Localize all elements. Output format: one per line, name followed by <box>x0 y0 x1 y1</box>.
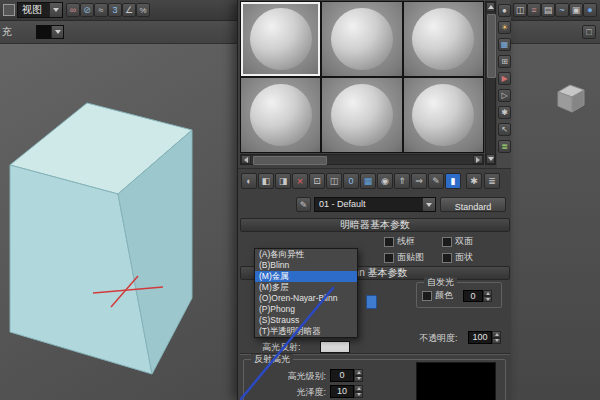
sample-type-icon[interactable]: ● <box>498 4 511 17</box>
percent-snap-icon[interactable]: % <box>136 3 150 17</box>
spinner-arrows[interactable] <box>483 290 492 302</box>
put-to-library-icon[interactable]: ◫ <box>326 173 342 189</box>
specular-level-label: 高光级别: <box>252 371 326 382</box>
checkbox-label: 面状 <box>455 252 473 263</box>
scroll-left-arrow-icon[interactable] <box>241 155 251 164</box>
mirror-icon[interactable]: ◫ <box>513 3 527 17</box>
side-viewport[interactable] <box>511 44 600 400</box>
align-icon[interactable]: ≡ <box>527 3 541 17</box>
glossiness-spinner: 10 <box>330 385 363 398</box>
wire-checkbox[interactable]: 线框 <box>384 236 415 247</box>
background-icon[interactable]: ▦ <box>498 38 511 51</box>
select-by-material-icon[interactable]: ↖ <box>498 123 511 136</box>
curve-editor-icon[interactable]: ~ <box>555 3 569 17</box>
angle-snap-icon[interactable]: ∠ <box>122 3 136 17</box>
viewport-controls-icon[interactable] <box>3 4 15 16</box>
checkbox-label: 线框 <box>397 236 415 247</box>
show-end-result-icon[interactable]: ◉ <box>377 173 393 189</box>
rollout-title: 明暗器基本参数 <box>340 219 410 230</box>
opacity-value-field[interactable]: 100 <box>468 331 492 344</box>
3dsmax-window: 视图 ∞ ⊘ ≈ 3 ∠ % ◫ ≡ ▤ ~ ▣ ● 充 □ <box>0 0 600 400</box>
scene-cube[interactable] <box>10 103 192 374</box>
self-illum-value-field[interactable]: 0 <box>463 290 483 302</box>
go-forward-to-sibling-icon[interactable]: ⇒ <box>411 173 427 189</box>
scroll-down-arrow-icon[interactable] <box>486 154 495 164</box>
shader-option[interactable]: (T)半透明明暗器 <box>255 326 357 337</box>
material-sample-slot[interactable] <box>404 2 483 76</box>
material-name-dropdown[interactable]: 01 - Default <box>314 197 436 212</box>
sample-uv-tiling-icon[interactable]: ⊞ <box>498 55 511 68</box>
backlight-icon[interactable]: ☀ <box>498 21 511 34</box>
chevron-down-icon <box>422 198 435 211</box>
face-map-checkbox[interactable]: 面贴图 <box>384 252 424 263</box>
shader-option[interactable]: (B)Blinn <box>255 260 357 271</box>
snap-toggle-icon[interactable]: 3 <box>108 3 122 17</box>
scroll-right-arrow-icon[interactable] <box>473 155 483 164</box>
layer-manager-icon[interactable]: ▤ <box>541 3 555 17</box>
video-color-check-icon[interactable]: ▶ <box>498 72 511 85</box>
slots-vertical-scrollbar[interactable] <box>485 1 496 165</box>
spinner-arrows[interactable] <box>492 331 501 344</box>
rollout-shader-basic-params[interactable]: 明暗器基本参数 <box>240 218 510 232</box>
checkbox-label: 面贴图 <box>397 252 424 263</box>
spinner-arrows[interactable] <box>354 369 363 382</box>
shader-option[interactable]: (S)Strauss <box>255 315 357 326</box>
pick-material-icon[interactable]: ✎ <box>428 173 444 189</box>
group-title: 反射高光 <box>251 354 293 365</box>
material-sample-slot[interactable] <box>322 2 401 76</box>
material-sample-slot[interactable] <box>322 78 401 152</box>
shader-option[interactable]: (A)各向异性 <box>255 249 357 260</box>
unlink-selection-icon[interactable]: ⊘ <box>80 3 94 17</box>
scrollbar-thumb[interactable] <box>253 156 327 165</box>
options-icon[interactable]: ✱ <box>498 106 511 119</box>
viewport-layout-icon[interactable]: □ <box>582 25 596 39</box>
material-sample-slot[interactable] <box>241 2 320 76</box>
material-map-navigator-icon[interactable]: ≣ <box>484 173 500 189</box>
view-dropdown[interactable]: 视图 <box>17 2 63 18</box>
specular-level-field[interactable]: 0 <box>330 369 354 382</box>
shader-option[interactable]: (M)多层 <box>255 282 357 293</box>
material-editor-panel: ● ☀ ▦ ⊞ ▶ ▷ ✱ ↖ ≣ ◐ ◧ ◨ × ⊡ ◫ 0 ▦ ◉ ⇑ ⇒ … <box>237 0 511 400</box>
perspective-viewport[interactable] <box>0 44 237 400</box>
assign-material-to-selection-icon[interactable]: ◨ <box>275 173 291 189</box>
material-sphere-preview <box>412 8 474 70</box>
slots-horizontal-scrollbar[interactable] <box>240 154 484 165</box>
material-sample-slot[interactable] <box>404 78 483 152</box>
scroll-up-arrow-icon[interactable] <box>486 2 495 12</box>
make-preview-icon[interactable]: ▷ <box>498 89 511 102</box>
two-sided-checkbox[interactable]: 双面 <box>442 236 473 247</box>
make-material-copy-icon[interactable]: ⊡ <box>309 173 325 189</box>
reset-map-icon[interactable]: × <box>292 173 308 189</box>
show-background-icon[interactable]: ▮ <box>445 173 461 189</box>
material-type-button[interactable]: Standard <box>440 197 506 212</box>
specular-color-swatch[interactable] <box>320 341 350 353</box>
chevron-down-icon <box>51 26 63 38</box>
go-to-parent-icon[interactable]: ⇑ <box>394 173 410 189</box>
self-illum-color-checkbox[interactable]: 颜色 <box>422 290 453 301</box>
material-id-channel-icon[interactable]: 0 <box>343 173 359 189</box>
row2-dropdown[interactable] <box>36 25 64 39</box>
shader-option[interactable]: (O)Oren-Nayar-Blinn <box>255 293 357 304</box>
material-options-icon[interactable]: ✱ <box>466 173 482 189</box>
glossiness-field[interactable]: 10 <box>330 385 354 398</box>
schematic-view-icon[interactable]: ▣ <box>569 3 583 17</box>
shader-option[interactable]: (P)Phong <box>255 304 357 315</box>
faceted-checkbox[interactable]: 面状 <box>442 252 473 263</box>
put-material-to-scene-icon[interactable]: ◧ <box>258 173 274 189</box>
show-map-in-viewport-icon[interactable]: ▦ <box>360 173 376 189</box>
spinner-arrows[interactable] <box>354 385 363 398</box>
select-and-link-icon[interactable]: ∞ <box>66 3 80 17</box>
pick-material-eyedropper-icon[interactable]: ✎ <box>296 197 311 212</box>
bind-to-space-warp-icon[interactable]: ≈ <box>94 3 108 17</box>
scene-object-cube[interactable] <box>558 85 584 112</box>
render-setup-icon[interactable]: ● <box>583 3 597 17</box>
opacity-label: 不透明度: <box>419 333 458 344</box>
get-material-icon[interactable]: ◐ <box>241 173 257 189</box>
shader-option-selected[interactable]: (M)金属 <box>255 271 357 282</box>
material-map-navigator-icon[interactable]: ≣ <box>498 140 511 153</box>
material-sample-slot[interactable] <box>241 78 320 152</box>
specular-level-spinner: 0 <box>330 369 363 382</box>
lock-ambient-diffuse-button[interactable] <box>366 295 377 309</box>
scrollbar-thumb[interactable] <box>487 14 496 78</box>
checkbox-label: 双面 <box>455 236 473 247</box>
